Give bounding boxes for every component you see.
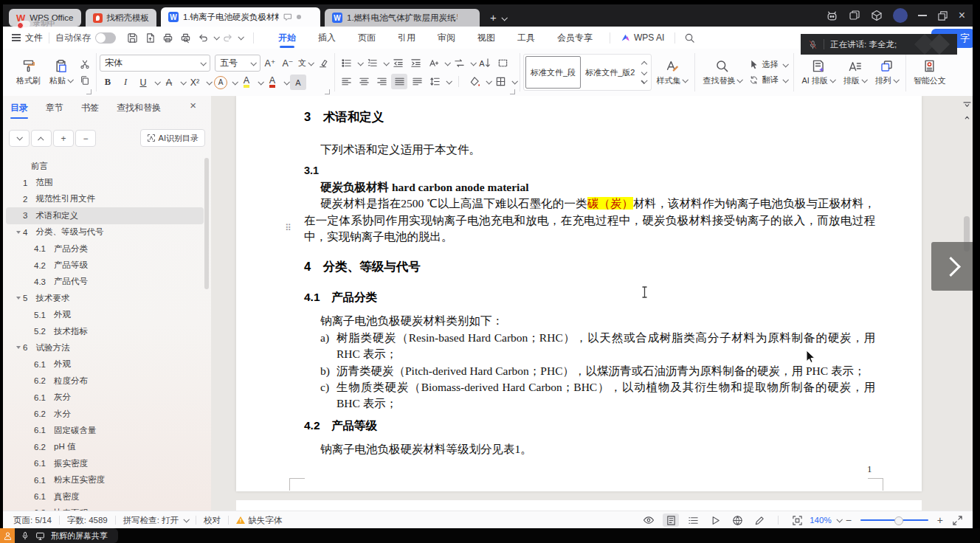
decrease-indent-button[interactable]	[390, 55, 406, 71]
print-preview-button[interactable]	[176, 30, 194, 46]
outline-item[interactable]: 6.1外观	[6, 356, 204, 373]
search-icon[interactable]	[684, 32, 695, 44]
sidebar-tab-chapter[interactable]: 章节	[46, 102, 63, 119]
next-page-button[interactable]	[931, 242, 973, 291]
outline-item[interactable]: 6.2比表面积	[6, 505, 204, 511]
format-painter-button[interactable]: 格式刷	[12, 49, 45, 96]
outline-item[interactable]: 6.1固定碳含量	[6, 422, 204, 438]
sort-button[interactable]: A	[477, 55, 493, 71]
tab-docer-templates[interactable]: 找稻壳模板	[86, 9, 157, 27]
align-left-button[interactable]	[338, 74, 354, 89]
outline-item[interactable]: 6试验方法	[6, 339, 204, 356]
collapse-ribbon-icon[interactable]	[963, 114, 971, 120]
outline-item[interactable]: 5.1外观	[6, 307, 204, 323]
smart-doc-button[interactable]: 智能公文	[909, 49, 950, 96]
definition-paragraph[interactable]: 硬炭材料是指在2500 ℃以上高温下难以石墨化的一类碳（炭）材料，该材料作为钠离…	[304, 196, 875, 245]
ai-typeset-button[interactable]: AI 排版	[797, 49, 838, 96]
outline-item[interactable]: 5.2技术指标	[6, 323, 204, 339]
case-change-button[interactable]	[425, 55, 441, 71]
group-launcher-icon[interactable]	[510, 89, 515, 94]
zoom-slider[interactable]	[860, 519, 928, 521]
superscript-button[interactable]: X²	[187, 75, 203, 90]
group-launcher-icon[interactable]	[325, 89, 330, 94]
menu-reference[interactable]: 引用	[396, 27, 417, 49]
decrease-font-button[interactable]: A⁻	[280, 55, 296, 71]
ink-pen-button[interactable]	[751, 513, 767, 527]
heading-4[interactable]: 4 分类、等级与代号	[304, 259, 875, 274]
cjk-layout-button[interactable]	[451, 55, 467, 71]
term-title[interactable]: 硬炭负极材料 hard carbon anode material	[304, 179, 875, 196]
bullet-caret-icon[interactable]	[357, 60, 363, 66]
menu-insert[interactable]: 插入	[317, 27, 337, 49]
paragraph-drag-handle-icon[interactable]: ⠿	[285, 223, 292, 233]
missing-font-warning[interactable]: 缺失字体	[236, 515, 282, 526]
highlight-button[interactable]: A	[238, 75, 255, 90]
outline-next-button[interactable]	[9, 130, 30, 147]
outline-item[interactable]: 6.1真密度	[6, 488, 204, 505]
style-set-button[interactable]: 样式集	[652, 58, 691, 88]
menu-review[interactable]: 审阅	[436, 27, 457, 49]
borders-button[interactable]	[492, 74, 508, 89]
minimize-icon[interactable]	[918, 15, 927, 16]
heading-3[interactable]: 3 术语和定义	[304, 109, 875, 124]
zoom-slider-knob[interactable]	[894, 516, 903, 525]
tab-list-caret-icon[interactable]	[501, 15, 507, 21]
sidebar-tab-bookmark[interactable]: 书签	[81, 102, 99, 119]
font-color-caret-icon[interactable]	[283, 79, 289, 85]
numbered-list-button[interactable]	[364, 55, 380, 71]
zoom-out-button[interactable]: −	[846, 514, 852, 526]
new-tab-button[interactable]: +	[490, 11, 497, 24]
collapse-arrow-icon[interactable]	[16, 346, 21, 349]
shading-button[interactable]	[466, 74, 483, 89]
style-gallery-arrows[interactable]	[639, 62, 649, 83]
text-effects-caret-icon[interactable]	[232, 79, 238, 85]
outline-item[interactable]: 4分类、等级与代号	[6, 224, 204, 241]
arrange-button[interactable]: 排列	[871, 49, 903, 96]
list-item[interactable]: a)树脂类硬炭（Resin-based Hard Carbon；RHC），以天然…	[304, 330, 875, 363]
outline-item[interactable]: 6.1灰分	[6, 389, 204, 405]
distribute-button[interactable]	[409, 74, 425, 89]
outline-item[interactable]: 6.2pH 值	[6, 439, 204, 455]
italic-button[interactable]: I	[117, 75, 134, 90]
hamburger-icon[interactable]	[12, 34, 21, 35]
sidebar-close-icon[interactable]: ×	[190, 99, 196, 111]
style-chip[interactable]: 标准文件_版2	[581, 57, 639, 88]
outline-item[interactable]: 5技术要求	[6, 290, 204, 306]
menu-page[interactable]: 页面	[356, 27, 377, 49]
clear-format-button[interactable]	[315, 55, 331, 71]
tab-stack-icon[interactable]	[849, 10, 860, 21]
spellcheck-status[interactable]: 拼写检查: 打开	[123, 515, 188, 526]
increase-indent-button[interactable]	[407, 55, 424, 71]
menu-wps-ai[interactable]: WPS AI	[621, 32, 664, 43]
outline-item[interactable]: 6.1粉末压实密度	[6, 471, 204, 488]
ai-catalog-button[interactable]: AI识别目录	[140, 129, 205, 147]
page-view-button[interactable]	[663, 513, 679, 527]
collapse-arrow-icon[interactable]	[16, 297, 21, 300]
numbered-caret-icon[interactable]	[383, 60, 389, 66]
outline-item[interactable]: 6.1振实密度	[6, 455, 204, 471]
highlight-caret-icon[interactable]	[258, 79, 263, 85]
page-indicator[interactable]: 页面: 5/14	[13, 515, 52, 526]
font-color-button[interactable]: A	[264, 75, 280, 90]
zoom-in-button[interactable]: +	[937, 514, 943, 526]
find-replace-button[interactable]: 查找替换	[698, 49, 746, 96]
close-icon[interactable]: ×	[959, 9, 965, 22]
outline-item-selected[interactable]: 3术语和定义	[6, 207, 204, 224]
outline-expand-button[interactable]: +	[53, 130, 74, 147]
assistant-icon[interactable]	[826, 10, 838, 22]
line-spacing-button[interactable]	[427, 74, 443, 89]
list-item[interactable]: c)生物质类硬炭（Biomass-derived Hard Carbon；BHC…	[304, 379, 875, 412]
line-spacing-caret-icon[interactable]	[446, 78, 452, 84]
superscript-caret-icon[interactable]	[206, 79, 212, 85]
sidebar-scrollbar[interactable]	[204, 158, 209, 289]
menu-view[interactable]: 视图	[476, 27, 497, 49]
export-pdf-button[interactable]	[141, 30, 159, 46]
heading-4-2[interactable]: 4.2 产品等级	[304, 418, 875, 433]
show-marks-button[interactable]	[494, 55, 511, 71]
collapse-arrow-icon[interactable]	[16, 231, 21, 234]
restore-icon[interactable]	[937, 10, 948, 21]
style-chip-selected[interactable]: 标准文件_段	[525, 56, 581, 89]
autosave-toggle[interactable]	[95, 32, 116, 44]
char-shading-button[interactable]: A	[290, 75, 306, 90]
fit-page-button[interactable]	[789, 513, 805, 527]
